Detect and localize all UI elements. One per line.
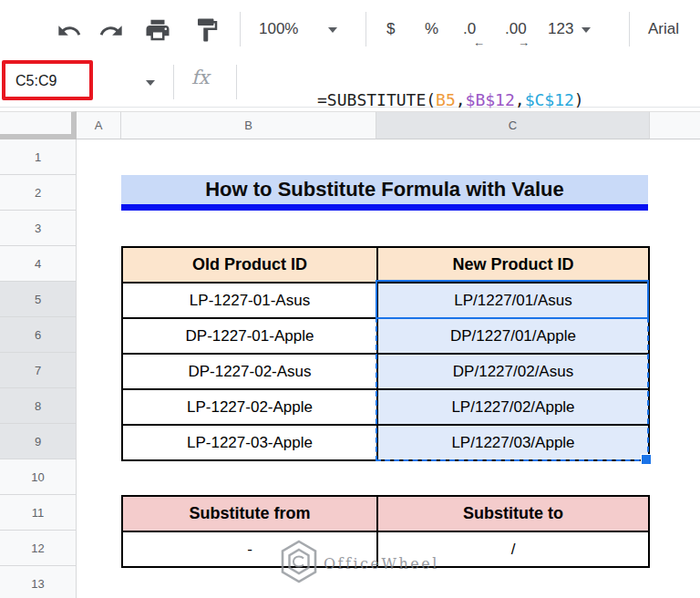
redo-icon: [98, 18, 124, 47]
increase-decimal-button[interactable]: .00 →: [505, 20, 527, 38]
font-family-select[interactable]: Arial: [648, 20, 679, 38]
toolbar-divider: [365, 12, 366, 46]
row-header-6[interactable]: 6: [0, 317, 77, 353]
cell-C6[interactable]: DP/1227/01/Apple: [378, 319, 648, 353]
cell-title-B2[interactable]: How to Substitute Formula with Value: [121, 175, 648, 211]
row-header-7[interactable]: 7: [0, 353, 77, 388]
formula-part-ref: B5: [436, 90, 456, 109]
redo-button[interactable]: [98, 18, 124, 47]
cell-B9[interactable]: LP-1227-03-Apple: [123, 426, 376, 459]
cell-C7[interactable]: DP/1227/02/Asus: [378, 355, 648, 388]
officewheel-watermark: OfficeWheel: [278, 539, 439, 588]
more-formats-caret-icon[interactable]: [582, 27, 591, 33]
row-header-13[interactable]: 13: [0, 566, 77, 598]
formula-bar-divider: [236, 65, 237, 99]
cell-B11[interactable]: Substitute from: [123, 497, 376, 531]
toolbar: 100% $ % .0 ← .00 → 123 Arial: [0, 0, 700, 57]
name-box-caret-icon[interactable]: [146, 80, 155, 86]
print-icon: [144, 16, 171, 47]
cell-C11[interactable]: Substitute to: [378, 497, 648, 531]
cell-B5[interactable]: LP-1227-01-Asus: [123, 284, 376, 317]
more-formats-button[interactable]: 123: [548, 20, 573, 38]
cell-C5[interactable]: LP/1227/01/Asus: [378, 284, 648, 317]
zoom-select[interactable]: 100%: [259, 20, 298, 38]
formula-part: ): [574, 90, 584, 109]
fill-handle[interactable]: [641, 454, 652, 465]
row-header-3[interactable]: 3: [0, 211, 77, 246]
undo-button[interactable]: [57, 18, 82, 47]
decrease-decimal-arrow-icon: ←: [473, 36, 485, 49]
formula-part-ref: $C$12: [525, 90, 574, 109]
fx-icon: fx: [191, 67, 210, 88]
row-header-9[interactable]: 9: [0, 424, 77, 459]
cell-B7[interactable]: DP-1227-02-Asus: [123, 355, 376, 388]
row-header-11[interactable]: 11: [0, 495, 77, 531]
zoom-dropdown-caret-icon[interactable]: [328, 27, 337, 33]
cell-C4[interactable]: New Product ID: [378, 248, 648, 282]
cell-C9[interactable]: LP/1227/03/Apple: [378, 426, 648, 459]
formula-bar: C5:C9 fx =SUBSTITUTE(B5,$B$12,$C$12): [0, 57, 700, 108]
row-header-1[interactable]: 1: [0, 139, 77, 175]
cell-B4[interactable]: Old Product ID: [123, 248, 376, 282]
select-all-corner[interactable]: [0, 111, 77, 139]
column-header-C[interactable]: C: [376, 111, 650, 139]
toolbar-divider: [629, 12, 630, 46]
format-percent-button[interactable]: %: [425, 20, 438, 38]
cell-B8[interactable]: LP-1227-02-Apple: [123, 390, 376, 424]
cell-B6[interactable]: DP-1227-01-Apple: [123, 319, 376, 353]
column-header-B[interactable]: B: [121, 111, 376, 139]
format-currency-button[interactable]: $: [386, 20, 395, 38]
formula-part: ,: [456, 90, 466, 109]
row-header-4[interactable]: 4: [0, 246, 77, 282]
row-header-5[interactable]: 5: [0, 282, 77, 317]
officewheel-logo-icon: [278, 539, 320, 588]
print-button[interactable]: [144, 16, 171, 47]
toolbar-divider: [240, 12, 241, 46]
undo-icon: [57, 18, 82, 47]
watermark-text: OfficeWheel: [324, 555, 439, 572]
formula-bar-divider: [173, 65, 174, 99]
increase-decimal-arrow-icon: →: [518, 36, 530, 49]
paint-format-icon: [193, 16, 221, 47]
row-header-8[interactable]: 8: [0, 388, 77, 424]
formula-part: =SUBSTITUTE(: [317, 90, 436, 109]
row-header-12[interactable]: 12: [0, 531, 77, 566]
decrease-decimal-button[interactable]: .0 ←: [463, 20, 476, 38]
product-id-table: Old Product ID New Product ID LP-1227-01…: [121, 246, 650, 461]
column-header-A[interactable]: A: [77, 111, 121, 139]
row-header-10[interactable]: 10: [0, 459, 77, 495]
column-header-D-partial[interactable]: [650, 111, 700, 139]
formula-part: ,: [515, 90, 525, 109]
spreadsheet-app: 100% $ % .0 ← .00 → 123 Arial C5:C9 fx =…: [0, 0, 700, 598]
cell-C8[interactable]: LP/1227/02/Apple: [378, 390, 648, 424]
row-header-2[interactable]: 2: [0, 175, 77, 211]
formula-part-ref: $B$12: [466, 90, 515, 109]
paint-format-button[interactable]: [193, 16, 221, 47]
name-box-highlight-annotation: [2, 60, 93, 100]
